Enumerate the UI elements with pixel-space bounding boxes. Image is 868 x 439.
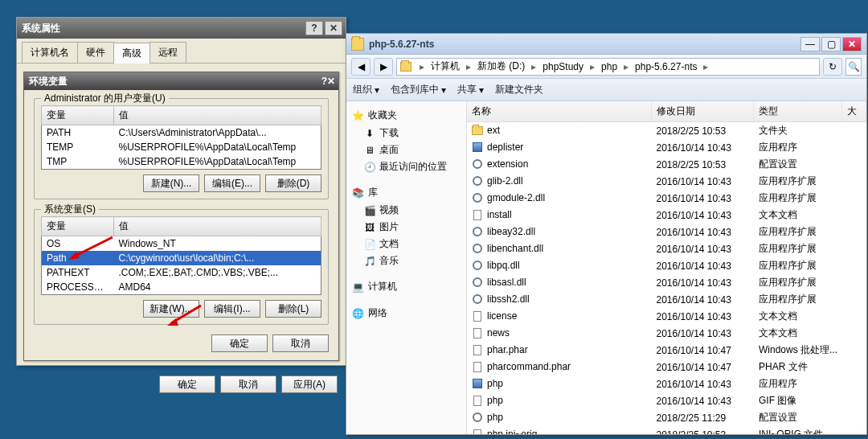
nav-recent[interactable]: 🕘最近访问的位置	[350, 158, 463, 175]
file-row[interactable]: glib-2.dll2016/10/14 10:43应用程序扩展	[467, 173, 866, 190]
file-row[interactable]: libenchant.dll2016/10/14 10:43应用程序扩展	[467, 240, 866, 257]
user-var-row[interactable]: PATHC:\Users\Administrator\AppData\...	[42, 125, 321, 141]
file-date: 2018/2/25 10:53	[651, 426, 754, 434]
tab-advanced[interactable]: 高级	[113, 43, 150, 64]
sysprops-apply-button[interactable]: 应用(A)	[281, 375, 338, 393]
user-edit-button[interactable]: 编辑(E)...	[204, 174, 260, 192]
explorer-navbar: ◀ ▶ ▸ 计算机▸ 新加卷 (D:)▸ phpStudy▸ php▸ php-…	[346, 55, 866, 79]
forward-button[interactable]: ▶	[374, 58, 393, 76]
col-name[interactable]: 名称	[467, 101, 651, 122]
file-row[interactable]: libsasl.dll2016/10/14 10:43应用程序扩展	[467, 274, 866, 291]
file-name: gmodule-2.dll	[487, 192, 545, 203]
nav-computer[interactable]: 💻计算机	[350, 277, 463, 296]
sysprops-ok-button[interactable]: 确定	[159, 375, 215, 393]
col-val[interactable]: 值	[114, 106, 321, 125]
file-row[interactable]: gmodule-2.dll2016/10/14 10:43应用程序扩展	[467, 190, 866, 207]
back-button[interactable]: ◀	[351, 58, 371, 76]
breadcrumb-item[interactable]: php-5.6.27-nts	[632, 61, 700, 72]
file-row[interactable]: php2016/10/14 10:43GIF 图像	[467, 392, 866, 409]
close-button[interactable]: ✕	[842, 37, 862, 51]
file-row[interactable]: libpq.dll2016/10/14 10:43应用程序扩展	[467, 257, 866, 274]
env-ok-button[interactable]: 确定	[211, 334, 268, 352]
sys-var-row[interactable]: PATHEXT.COM;.EXE;.BAT;.CMD;.VBS;.VBE;...	[42, 265, 321, 280]
file-name: news	[487, 327, 510, 338]
file-row[interactable]: php2016/10/14 10:43应用程序	[467, 375, 866, 392]
tab-hardware[interactable]: 硬件	[77, 42, 114, 63]
close-button[interactable]: ✕	[325, 21, 342, 35]
nav-desktop[interactable]: 🖥桌面	[350, 142, 463, 158]
search-input[interactable]: 🔍	[845, 58, 862, 76]
file-row[interactable]: extension2018/2/25 10:53配置设置	[467, 156, 866, 173]
file-row[interactable]: ext2018/2/25 10:53文件夹	[467, 122, 866, 140]
file-date: 2016/10/14 10:43	[651, 325, 754, 342]
file-row[interactable]: pharcommand.phar2016/10/14 10:47PHAR 文件	[467, 359, 866, 375]
nav-favorites[interactable]: ⭐收藏夹	[350, 106, 463, 125]
gear-icon	[472, 260, 483, 271]
gear-icon	[472, 277, 483, 288]
nav-documents[interactable]: 📄文档	[350, 236, 463, 252]
file-date: 2018/2/25 11:29	[651, 409, 754, 426]
file-row[interactable]: libssh2.dll2016/10/14 10:43应用程序扩展	[467, 291, 866, 308]
nav-pictures[interactable]: 🖼图片	[350, 219, 463, 236]
sys-edit-button[interactable]: 编辑(I)...	[204, 300, 260, 318]
col-var[interactable]: 变量	[42, 217, 114, 236]
user-var-row[interactable]: TEMP%USERPROFILE%\AppData\Local\Temp	[42, 140, 321, 154]
nav-downloads[interactable]: ⬇下载	[350, 125, 463, 142]
file-type: 应用程序	[754, 139, 842, 156]
col-val[interactable]: 值	[114, 217, 321, 236]
tab-computername[interactable]: 计算机名	[22, 42, 78, 63]
nav-network[interactable]: 🌐网络	[350, 304, 463, 322]
env-help-button[interactable]: ?	[321, 76, 327, 87]
user-vars-table[interactable]: 变量 值 PATHC:\Users\Administrator\AppData\…	[41, 105, 321, 170]
user-delete-button[interactable]: 删除(D)	[265, 174, 321, 192]
file-row[interactable]: phar.phar2016/10/14 10:47Windows 批处理...	[467, 342, 866, 359]
help-button[interactable]: ?	[305, 21, 323, 35]
new-folder-button[interactable]: 新建文件夹	[495, 83, 543, 96]
share-menu[interactable]: 共享 ▾	[457, 83, 484, 96]
system-vars-group: 系统变量(S) 变量 值 OSWindows_NT PathC:\cygwinr…	[34, 209, 329, 325]
breadcrumb-item[interactable]: 新加卷 (D:)	[474, 59, 528, 73]
sys-delete-button[interactable]: 删除(L)	[265, 300, 321, 318]
organize-menu[interactable]: 组织 ▾	[353, 83, 379, 96]
sys-var-row-selected[interactable]: PathC:\cygwinroot\usr\local\bin;C:\...	[42, 251, 321, 265]
file-row[interactable]: license2016/10/14 10:43文本文档	[467, 308, 866, 325]
env-cancel-button[interactable]: 取消	[272, 334, 329, 352]
include-menu[interactable]: 包含到库中 ▾	[391, 83, 446, 96]
file-date: 2016/10/14 10:43	[651, 308, 754, 325]
col-type[interactable]: 类型	[754, 101, 842, 122]
sysprops-cancel-button[interactable]: 取消	[220, 375, 276, 393]
file-row[interactable]: php2018/2/25 11:29配置设置	[467, 409, 866, 426]
system-vars-table[interactable]: 变量 值 OSWindows_NT PathC:\cygwinroot\usr\…	[41, 216, 321, 295]
env-close-button[interactable]: ✕	[327, 76, 335, 87]
explorer-titlebar[interactable]: php-5.6.27-nts — ▢ ✕	[346, 34, 866, 55]
file-list[interactable]: 名称 修改日期 类型 大 ext2018/2/25 10:53文件夹deplis…	[467, 101, 866, 434]
file-row[interactable]: libeay32.dll2016/10/14 10:43应用程序扩展	[467, 224, 866, 240]
minimize-button[interactable]: —	[800, 37, 820, 51]
env-vars-titlebar[interactable]: 环境变量 ? ✕	[24, 72, 338, 90]
tab-remote[interactable]: 远程	[149, 42, 186, 63]
file-type: 配置设置	[754, 409, 842, 426]
user-var-row[interactable]: TMP%USERPROFILE%\AppData\Local\Temp	[42, 154, 321, 170]
breadcrumb[interactable]: ▸ 计算机▸ 新加卷 (D:)▸ phpStudy▸ php▸ php-5.6.…	[396, 58, 820, 76]
col-var[interactable]: 变量	[42, 106, 114, 125]
sys-new-button[interactable]: 新建(W)...	[143, 300, 199, 318]
breadcrumb-item[interactable]: phpStudy	[539, 61, 587, 72]
file-row[interactable]: php.ini~orig2018/2/25 10:53INI~ORIG 文件	[467, 426, 866, 434]
breadcrumb-item[interactable]: php	[598, 61, 620, 72]
sys-var-row[interactable]: OSWindows_NT	[42, 236, 321, 252]
col-date[interactable]: 修改日期	[651, 101, 754, 122]
file-row[interactable]: install2016/10/14 10:43文本文档	[467, 207, 866, 224]
file-row[interactable]: deplister2016/10/14 10:43应用程序	[467, 139, 866, 156]
nav-libraries[interactable]: 📚库	[350, 183, 463, 202]
maximize-button[interactable]: ▢	[821, 37, 841, 51]
nav-music[interactable]: 🎵音乐	[350, 252, 463, 269]
refresh-button[interactable]: ↻	[823, 58, 842, 76]
app-icon	[472, 142, 483, 153]
file-row[interactable]: news2016/10/14 10:43文本文档	[467, 325, 866, 342]
breadcrumb-item[interactable]: 计算机	[428, 59, 463, 73]
sys-var-row[interactable]: PROCESSOR_AR...AMD64	[42, 280, 321, 295]
col-size[interactable]: 大	[842, 101, 866, 122]
nav-videos[interactable]: 🎬视频	[350, 202, 463, 219]
user-new-button[interactable]: 新建(N)...	[143, 174, 199, 192]
sysprops-titlebar[interactable]: 系统属性 ? ✕	[17, 18, 346, 39]
